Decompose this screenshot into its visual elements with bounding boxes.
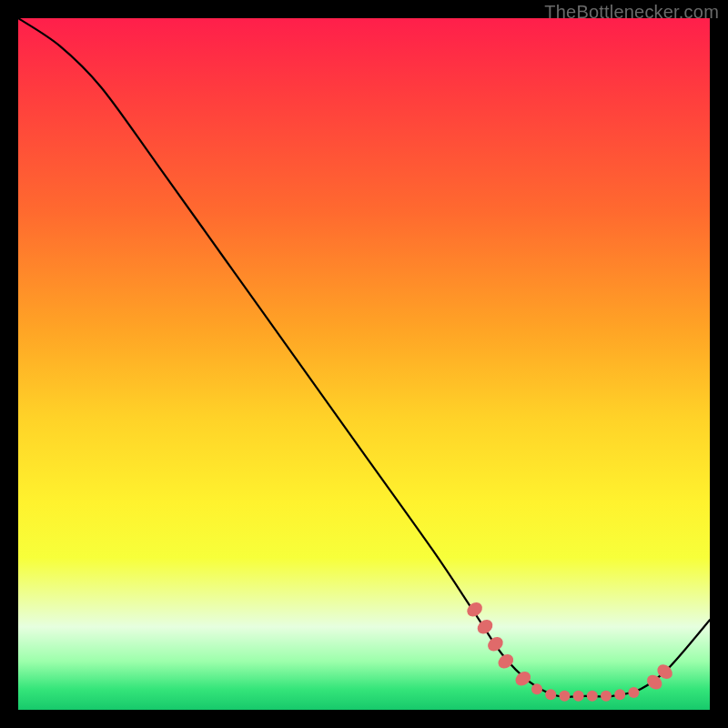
curve-marker (495, 652, 516, 672)
curve-marker (614, 689, 625, 700)
chart-frame: TheBottlenecker.com (0, 0, 728, 728)
curve-marker (628, 687, 639, 698)
curve-marker (531, 683, 542, 694)
curve-marker (485, 634, 506, 654)
plot-area (18, 18, 710, 710)
curve-marker (545, 689, 556, 700)
curve-marker (573, 691, 584, 702)
curve-marker (475, 617, 496, 637)
bottleneck-curve (18, 18, 710, 697)
curve-marker (512, 669, 533, 689)
watermark-text: TheBottlenecker.com (544, 2, 719, 23)
curve-markers (464, 600, 675, 702)
curve-marker (587, 691, 598, 702)
curve-marker (601, 691, 612, 702)
curve-svg (18, 18, 710, 710)
curve-marker (559, 691, 570, 702)
